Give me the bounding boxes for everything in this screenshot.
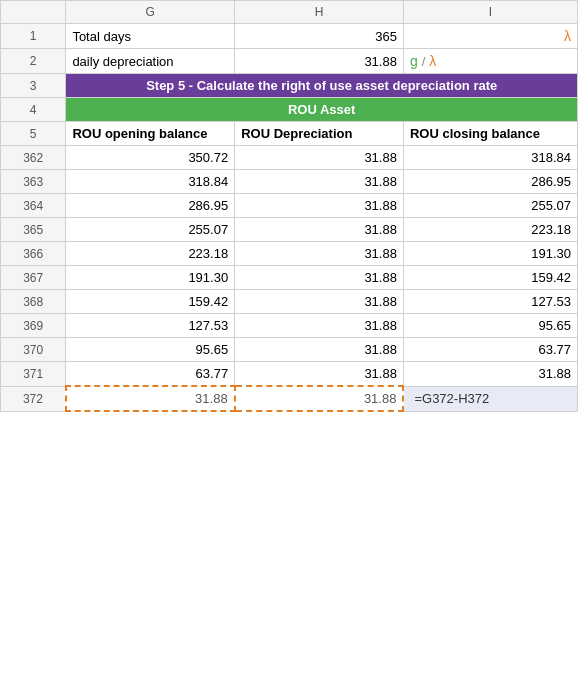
cell-g367[interactable]: 191.30 [66,266,235,290]
cell-h370[interactable]: 31.88 [235,338,404,362]
row-num-368: 368 [1,290,66,314]
row-num-370: 370 [1,338,66,362]
cell-i368[interactable]: 127.53 [403,290,577,314]
cell-i2[interactable]: g / λ [403,49,577,74]
cell-g5: ROU opening balance [66,122,235,146]
cell-g1[interactable]: Total days [66,24,235,49]
cell-g365[interactable]: 255.07 [66,218,235,242]
corner-cell [1,1,66,24]
cell-i369[interactable]: 95.65 [403,314,577,338]
cell-h362[interactable]: 31.88 [235,146,404,170]
row-num-362: 362 [1,146,66,170]
cell-i362[interactable]: 318.84 [403,146,577,170]
row-num-4: 4 [1,98,66,122]
row-num-366: 366 [1,242,66,266]
row-num-5: 5 [1,122,66,146]
cell-h372[interactable]: 31.88 [235,386,404,411]
cell-i363[interactable]: 286.95 [403,170,577,194]
cell-g372[interactable]: 31.88 [66,386,235,411]
cell-g368[interactable]: 159.42 [66,290,235,314]
row-365: 365 255.07 31.88 223.18 [1,218,578,242]
cell-i5: ROU closing balance [403,122,577,146]
row-366: 366 223.18 31.88 191.30 [1,242,578,266]
cell-g366[interactable]: 223.18 [66,242,235,266]
row-num-1: 1 [1,24,66,49]
row-370: 370 95.65 31.88 63.77 [1,338,578,362]
row-369: 369 127.53 31.88 95.65 [1,314,578,338]
cell-g369[interactable]: 127.53 [66,314,235,338]
row-num-369: 369 [1,314,66,338]
cell-i364[interactable]: 255.07 [403,194,577,218]
divider: / [422,54,426,69]
cell-h365[interactable]: 31.88 [235,218,404,242]
cell-i370[interactable]: 63.77 [403,338,577,362]
cell-h363[interactable]: 31.88 [235,170,404,194]
cell-i367[interactable]: 159.42 [403,266,577,290]
row-num-3: 3 [1,74,66,98]
g-icon: g [410,53,418,69]
row-num-364: 364 [1,194,66,218]
row-3: 3 Step 5 - Calculate the right of use as… [1,74,578,98]
row-num-2: 2 [1,49,66,74]
row-367: 367 191.30 31.88 159.42 [1,266,578,290]
formula-display: =G372-H372 [410,389,493,408]
step5-header: Step 5 - Calculate the right of use asse… [66,74,578,98]
row-5: 5 ROU opening balance ROU Depreciation R… [1,122,578,146]
row-372: 372 31.88 31.88 =G372-H372 [1,386,578,411]
cell-h367[interactable]: 31.88 [235,266,404,290]
cell-h2[interactable]: 31.88 [235,49,404,74]
row-362: 362 350.72 31.88 318.84 [1,146,578,170]
row-364: 364 286.95 31.88 255.07 [1,194,578,218]
cell-g363[interactable]: 318.84 [66,170,235,194]
cell-h5: ROU Depreciation [235,122,404,146]
cell-h369[interactable]: 31.88 [235,314,404,338]
cell-i372[interactable]: =G372-H372 [403,386,577,411]
col-h-header: H [235,1,404,24]
row-1: 1 Total days 365 λ [1,24,578,49]
cell-i366[interactable]: 191.30 [403,242,577,266]
col-i-header: I [403,1,577,24]
cell-h371[interactable]: 31.88 [235,362,404,387]
cell-g362[interactable]: 350.72 [66,146,235,170]
row-num-363: 363 [1,170,66,194]
row-363: 363 318.84 31.88 286.95 [1,170,578,194]
spreadsheet: G H I 1 Total days 365 λ 2 daily depreci… [0,0,578,412]
row-4: 4 ROU Asset [1,98,578,122]
cell-h364[interactable]: 31.88 [235,194,404,218]
cell-h1[interactable]: 365 [235,24,404,49]
rou-asset-header: ROU Asset [66,98,578,122]
cell-i365[interactable]: 223.18 [403,218,577,242]
cell-h366[interactable]: 31.88 [235,242,404,266]
cell-g371[interactable]: 63.77 [66,362,235,387]
row-num-372: 372 [1,386,66,411]
cell-h368[interactable]: 31.88 [235,290,404,314]
row-num-371: 371 [1,362,66,387]
col-g-header: G [66,1,235,24]
cell-i371[interactable]: 0.00 × 31.88 [403,362,577,387]
row-2: 2 daily depreciation 31.88 g / λ [1,49,578,74]
lambda-icon-1: λ [564,28,571,44]
row-num-367: 367 [1,266,66,290]
cell-i1[interactable]: λ [403,24,577,49]
row-371: 371 63.77 31.88 0.00 × 31.88 [1,362,578,387]
cell-g364[interactable]: 286.95 [66,194,235,218]
lambda-icon-2: λ [429,53,436,69]
row-num-365: 365 [1,218,66,242]
row-368: 368 159.42 31.88 127.53 [1,290,578,314]
cell-g370[interactable]: 95.65 [66,338,235,362]
cell-g2[interactable]: daily depreciation [66,49,235,74]
